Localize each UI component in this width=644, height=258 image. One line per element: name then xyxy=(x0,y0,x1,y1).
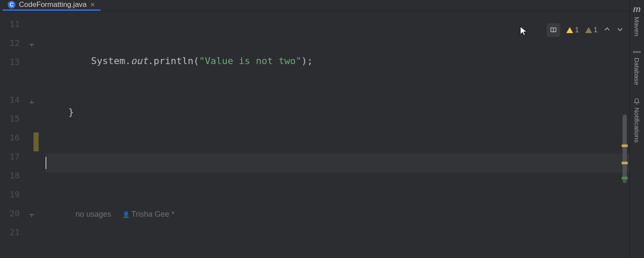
author-hint[interactable]: Trisha Gee * xyxy=(122,210,174,219)
code-line[interactable]: System.out.println("Value is not two"); xyxy=(46,51,644,70)
fold-start-icon[interactable] xyxy=(27,97,35,105)
code-text: .println( xyxy=(148,55,199,66)
rail-label: Database xyxy=(633,58,641,85)
maven-icon: m xyxy=(633,4,641,14)
bell-icon xyxy=(633,98,641,105)
notifications-tool-button[interactable]: Notifications xyxy=(633,98,641,143)
editor-main: 11 12 13 14 15 16 17 18 19 20 21 xyxy=(0,11,644,258)
scrollbar-thumb[interactable] xyxy=(623,114,627,183)
code-punct: ); xyxy=(301,55,313,66)
hint-marker[interactable] xyxy=(622,177,628,179)
weak-warning-icon xyxy=(585,27,592,33)
prev-highlight-icon[interactable] xyxy=(604,26,611,35)
usages-hint[interactable]: no usages xyxy=(76,210,111,219)
code-text: } xyxy=(46,107,74,117)
close-tab-icon[interactable]: ✕ xyxy=(90,1,95,8)
warning-count-text: 1 xyxy=(575,26,579,34)
code-string: "Value is not two" xyxy=(199,55,301,66)
next-highlight-icon[interactable] xyxy=(617,26,623,35)
code-line[interactable]: } xyxy=(46,102,644,121)
line-number-text: 20 xyxy=(9,208,20,218)
code-line[interactable]: public void horriblyFormattedMethod (){ xyxy=(46,256,644,258)
inspections-widget: 1 1 xyxy=(547,23,623,37)
line-number-text: 12 xyxy=(9,38,20,48)
warning-marker[interactable] xyxy=(622,144,628,147)
line-number[interactable]: 19 xyxy=(0,189,39,208)
rail-label: Maven xyxy=(633,17,641,36)
warning-icon xyxy=(566,27,573,33)
error-stripe[interactable] xyxy=(622,33,628,258)
inlay-hints[interactable]: no usages Trisha Gee * xyxy=(46,205,644,224)
code-text: System. xyxy=(46,55,131,66)
line-number-text: 14 xyxy=(9,95,20,105)
fold-end-icon[interactable] xyxy=(27,211,35,218)
reader-mode-icon[interactable] xyxy=(547,23,560,37)
database-icon xyxy=(634,49,641,55)
tab-codeformatting[interactable]: C CodeFormatting.java ✕ xyxy=(3,0,100,11)
weak-warning-count-text: 1 xyxy=(594,26,598,34)
gutter: 11 12 13 14 15 16 17 18 19 20 21 xyxy=(0,11,39,258)
right-tool-rail: m Maven Database Notifications xyxy=(629,0,644,258)
line-number[interactable]: 14 xyxy=(0,95,39,114)
database-tool-button[interactable]: Database xyxy=(633,49,641,85)
line-number[interactable]: 15 xyxy=(0,114,39,132)
warning-marker[interactable] xyxy=(622,162,628,164)
line-number[interactable]: 16 xyxy=(0,132,39,151)
maven-tool-button[interactable]: m Maven xyxy=(633,4,641,36)
warnings-count[interactable]: 1 xyxy=(566,26,579,34)
line-number-text: 16 xyxy=(9,132,20,143)
editor-tab-bar: C CodeFormatting.java ✕ ⋮ xyxy=(0,0,644,11)
vcs-change-marker[interactable] xyxy=(33,132,39,151)
line-number[interactable]: 12 xyxy=(0,38,39,57)
line-number[interactable]: 17 xyxy=(0,151,39,170)
weak-warnings-count[interactable]: 1 xyxy=(585,26,598,34)
code-field: out xyxy=(131,55,148,66)
text-caret xyxy=(46,157,46,169)
code-editor[interactable]: System.out.println("Value is not two"); … xyxy=(39,11,644,258)
code-line-current[interactable] xyxy=(46,154,644,172)
line-number[interactable]: 13 xyxy=(0,57,39,76)
line-number[interactable]: 18 xyxy=(0,170,39,189)
tab-filename: CodeFormatting.java xyxy=(19,0,87,9)
rail-label: Notifications xyxy=(633,108,641,143)
line-number[interactable]: 20 xyxy=(0,208,39,227)
fold-end-icon[interactable] xyxy=(27,40,35,48)
line-number[interactable]: 11 xyxy=(0,19,39,38)
line-number[interactable]: 21 xyxy=(0,227,39,246)
java-class-icon: C xyxy=(8,1,15,9)
